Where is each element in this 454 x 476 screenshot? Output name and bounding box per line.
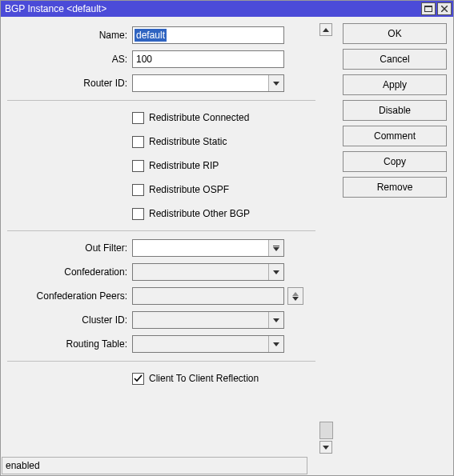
remove-button[interactable]: Remove (343, 177, 447, 198)
maximize-button[interactable] (421, 2, 436, 15)
confederation-dropdown-icon[interactable] (268, 264, 283, 280)
confederation-label: Confederation: (7, 266, 132, 278)
router-id-dropdown-icon[interactable] (268, 75, 283, 91)
as-input[interactable] (132, 50, 284, 68)
routing-table-dropdown-icon[interactable] (268, 336, 283, 352)
routing-table-combo[interactable] (132, 335, 284, 353)
out-filter-label: Out Filter: (7, 242, 132, 254)
cluster-id-dropdown-icon[interactable] (268, 312, 283, 328)
redistribute-ospf-label: Redistribute OSPF (149, 184, 229, 195)
name-label: Name: (7, 30, 132, 41)
redistribute-other-bgp-checkbox[interactable] (132, 208, 144, 220)
cancel-button[interactable]: Cancel (343, 49, 447, 70)
redistribute-static-label: Redistribute Static (149, 136, 227, 147)
name-input-selection: default (135, 29, 167, 42)
redistribute-ospf-checkbox[interactable] (132, 184, 144, 196)
out-filter-combo[interactable] (132, 239, 284, 257)
statusbar: enabled (2, 457, 452, 474)
form-area: Name: default AS: Router ID: (7, 23, 315, 454)
copy-button[interactable]: Copy (343, 151, 447, 172)
apply-button[interactable]: Apply (343, 74, 447, 95)
window-title: BGP Instance <default> (5, 3, 420, 14)
confederation-combo[interactable] (132, 263, 284, 281)
name-input-wrap: default (132, 26, 284, 44)
confederation-value (133, 264, 268, 280)
separator (7, 100, 315, 101)
close-button[interactable] (437, 2, 452, 15)
ok-button[interactable]: OK (343, 23, 447, 44)
as-label: AS: (7, 54, 132, 65)
client-to-client-checkbox[interactable] (132, 373, 144, 385)
router-id-label: Router ID: (7, 78, 132, 89)
confederation-peers-combo[interactable] (132, 287, 284, 305)
out-filter-value (133, 240, 268, 256)
client-to-client-label: Client To Client Reflection (149, 373, 259, 384)
separator (7, 361, 315, 362)
scroll-up-button[interactable] (319, 23, 332, 36)
status-text: enabled (2, 457, 307, 474)
router-id-combo[interactable] (132, 74, 284, 92)
cluster-id-value (133, 312, 268, 328)
titlebar: BGP Instance <default> (1, 1, 453, 17)
redistribute-other-bgp-label: Redistribute Other BGP (149, 208, 250, 219)
redistribute-static-checkbox[interactable] (132, 136, 144, 148)
confederation-peers-label: Confederation Peers: (7, 290, 132, 302)
cluster-id-combo[interactable] (132, 311, 284, 329)
redistribute-connected-label: Redistribute Connected (149, 112, 249, 123)
confederation-peers-up-icon[interactable] (287, 287, 303, 305)
action-buttons: OK Cancel Apply Disable Comment Copy Rem… (343, 23, 447, 454)
scroll-thumb[interactable] (319, 422, 333, 439)
out-filter-dropdown-icon[interactable] (268, 240, 283, 256)
redistribute-rip-label: Redistribute RIP (149, 160, 219, 171)
routing-table-label: Routing Table: (7, 338, 132, 350)
redistribute-connected-checkbox[interactable] (132, 112, 144, 124)
comment-button[interactable]: Comment (343, 126, 447, 146)
routing-table-value (133, 336, 268, 352)
router-id-value (133, 75, 268, 91)
scroll-down-button[interactable] (319, 441, 332, 454)
confederation-peers-value (133, 288, 283, 304)
disable-button[interactable]: Disable (343, 100, 447, 121)
redistribute-rip-checkbox[interactable] (132, 160, 144, 172)
cluster-id-label: Cluster ID: (7, 314, 132, 326)
scroll-column (319, 23, 333, 454)
separator (7, 230, 315, 231)
